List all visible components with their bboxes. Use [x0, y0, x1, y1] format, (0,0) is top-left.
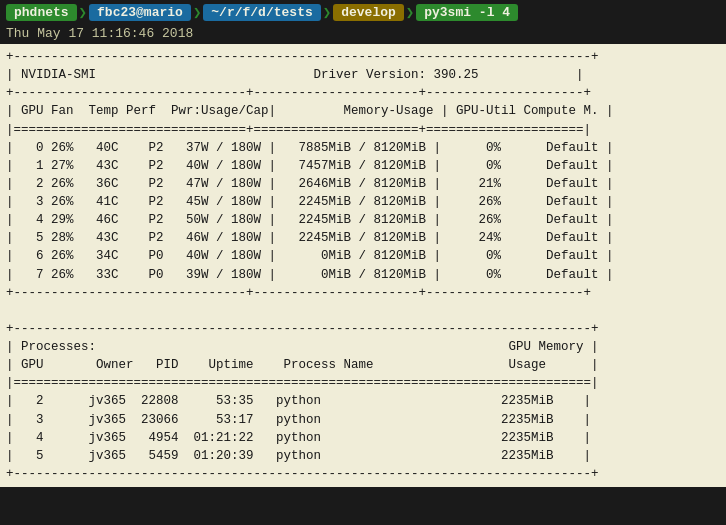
prompt-dir2: ~/r/f/d/tests — [203, 4, 320, 21]
prompt-arrow-3: ❯ — [323, 4, 331, 21]
prompt-dir1: fbc23@mario — [89, 4, 191, 21]
prompt-arrow-2: ❯ — [193, 4, 201, 21]
prompt-bar: phdnets ❯ fbc23@mario ❯ ~/r/f/d/tests ❯ … — [0, 0, 726, 25]
terminal: phdnets ❯ fbc23@mario ❯ ~/r/f/d/tests ❯ … — [0, 0, 726, 525]
nvidia-smi-output: +---------------------------------------… — [0, 44, 726, 487]
prompt-username: phdnets — [6, 4, 77, 21]
prompt-arrow-1: ❯ — [79, 4, 87, 21]
prompt-command: py3smi -l 4 — [416, 4, 518, 21]
prompt-branch: develop — [333, 4, 404, 21]
prompt-arrow-4: ❯ — [406, 4, 414, 21]
date-line: Thu May 17 11:16:46 2018 — [0, 25, 726, 44]
